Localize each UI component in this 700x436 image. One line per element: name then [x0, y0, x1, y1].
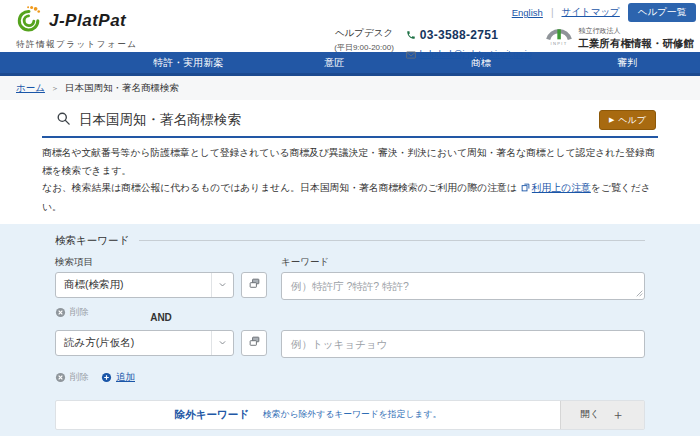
keyword-input-row2[interactable]	[281, 330, 645, 358]
add-row-button[interactable]: 追加	[101, 369, 135, 387]
svg-text:INPIT: INPIT	[550, 41, 567, 46]
chevron-down-icon	[211, 331, 233, 355]
header: J-PlatPat 特許情報プラットフォーム English | サイトマップ …	[0, 0, 700, 52]
keyword-input-row1[interactable]	[281, 272, 645, 300]
page-help-button[interactable]: ▶ ヘルプ	[599, 110, 656, 130]
nav-item-patent[interactable]: 特許・実用新案	[115, 52, 261, 73]
field-helper-button-row1[interactable]	[241, 272, 267, 298]
breadcrumb-current: 日本国周知・著名商標検索	[65, 82, 179, 95]
row1-actions: 削除 AND	[55, 304, 645, 328]
exclude-keyword-description: 検索から除外するキーワードを指定します。	[263, 409, 441, 421]
multi-window-icon	[248, 334, 261, 352]
english-link[interactable]: English	[512, 7, 543, 18]
delete-row2-button[interactable]: 削除	[55, 369, 89, 387]
helpdesk-phone: 03-3588-2751	[420, 28, 498, 42]
multi-window-icon	[248, 276, 261, 294]
chevron-down-icon	[211, 273, 233, 297]
helpdesk-label: ヘルプデスク	[334, 27, 394, 40]
header-info: ヘルプデスク (平日9:00-20:00) 03-3588-2751	[334, 24, 700, 63]
page-help-label: ヘルプ	[618, 114, 646, 127]
exclude-keyword-main: 除外キーワード 検索から除外するキーワードを指定します。	[56, 401, 560, 429]
usage-notes-link[interactable]: 利用上の注意	[532, 182, 591, 193]
exclude-keyword-title: 除外キーワード	[175, 408, 249, 422]
jplatpat-page: J-PlatPat 特許情報プラットフォーム English | サイトマップ …	[0, 0, 700, 436]
operator-and: AND	[55, 312, 267, 323]
phone-icon	[406, 26, 416, 44]
jplatpat-logo[interactable]: J-PlatPat 特許情報プラットフォーム	[14, 4, 137, 51]
page-head: 日本国周知・著名商標検索 ▶ ヘルプ 商標名や文献番号等から防護標章として登録さ…	[0, 100, 700, 224]
email-icon	[406, 45, 416, 63]
links-divider: |	[551, 7, 554, 18]
delete-row2-label: 削除	[70, 371, 89, 384]
helpdesk-hours: (平日9:00-20:00)	[334, 42, 394, 53]
legend-label: 検索キーワード	[55, 234, 129, 248]
inpit-org-name: 工業所有権情報・研修館	[579, 37, 695, 51]
contact-block: 03-3588-2751 helpdesk@j-platpat.inpit.go…	[406, 26, 532, 63]
help-list-button[interactable]: ヘルプ一覧	[628, 3, 696, 22]
inpit-logo-block[interactable]: INPIT 独立行政法人 工業所有権情報・研修館	[544, 25, 695, 51]
keyword-label: キーワード	[281, 256, 645, 269]
breadcrumb-home-link[interactable]: ホーム	[16, 82, 45, 95]
jplatpat-logo-icon	[14, 4, 44, 38]
breadcrumb-separator: ＞	[51, 83, 59, 94]
plus-icon: ＋	[612, 406, 625, 424]
help-arrow-icon: ▶	[609, 116, 614, 124]
page-description: 商標名や文献番号等から防護標章として登録されている商標及び異議決定・審決・判決に…	[42, 144, 658, 216]
inpit-org-type: 独立行政法人	[579, 26, 695, 36]
field-helper-button-row2[interactable]	[241, 330, 267, 356]
description-line1: 商標名や文献番号等から防護標章として登録されている商標及び異議決定・審決・判決に…	[42, 147, 655, 176]
add-row-label: 追加	[116, 371, 135, 384]
search-form-section: 検索キーワード 検索項目 キーワード 商標(検索用)	[0, 224, 700, 436]
logo-subtitle: 特許情報プラットフォーム	[16, 39, 137, 51]
title-underline	[42, 136, 658, 138]
add-circle-icon	[101, 369, 112, 387]
delete-circle-icon	[55, 369, 66, 387]
sitemap-link[interactable]: サイトマップ	[561, 6, 619, 19]
inpit-logo-icon: INPIT	[544, 25, 574, 51]
external-doc-icon	[521, 180, 530, 198]
description-line2: なお、検索結果は商標公報に代わるものではありません。日本国周知・著名商標検索のご…	[42, 182, 517, 193]
helpdesk-block: ヘルプデスク (平日9:00-20:00)	[334, 27, 394, 53]
header-right: English | サイトマップ ヘルプ一覧 ヘルプデスク (平日9:00-20…	[334, 0, 700, 63]
legend-divider	[139, 240, 645, 241]
field-select-row1-value: 商標(検索用)	[64, 278, 124, 292]
page-title: 日本国周知・著名商標検索	[79, 111, 241, 129]
field-select-row2[interactable]: 読み方(片仮名)	[55, 330, 234, 356]
helpdesk-email-link[interactable]: helpdesk@j-platpat.inpit.go.jp	[420, 49, 532, 59]
breadcrumb: ホーム ＞ 日本国周知・著名商標検索	[0, 76, 700, 100]
logo-title: J-PlatPat	[49, 11, 126, 31]
field-select-row2-value: 読み方(片仮名)	[64, 336, 134, 350]
search-keyword-legend: 検索キーワード	[55, 234, 645, 248]
exclude-open-label: 開く	[580, 408, 599, 421]
header-top-links: English | サイトマップ ヘルプ一覧	[512, 0, 700, 22]
exclude-keyword-bar[interactable]: 除外キーワード 検索から除外するキーワードを指定します。 開く ＋	[55, 400, 645, 430]
row2-actions: 削除 追加	[55, 369, 645, 387]
field-select-row1[interactable]: 商標(検索用)	[55, 272, 234, 298]
exclude-open-button[interactable]: 開く ＋	[560, 401, 644, 429]
search-icon	[56, 111, 71, 130]
field-select-label: 検索項目	[55, 256, 267, 269]
